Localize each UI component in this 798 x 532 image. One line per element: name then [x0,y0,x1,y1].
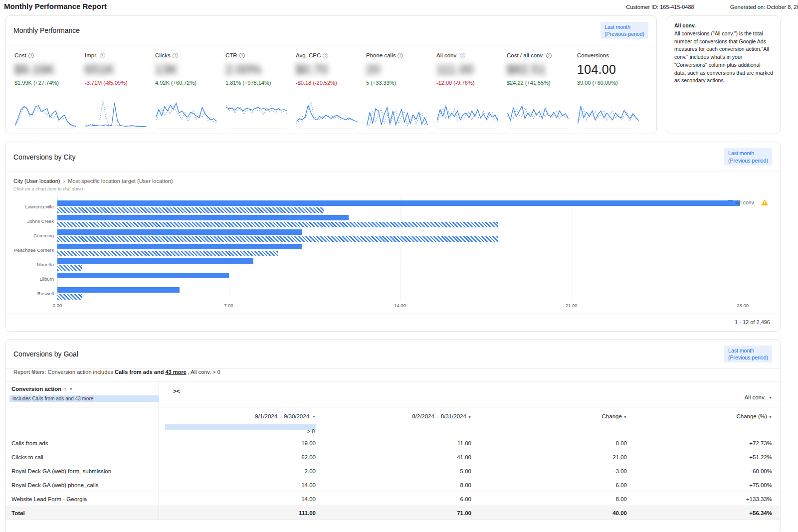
metric-cost: Cost?$9.16K$1.99K (+27.74%) [14,52,85,130]
metric-value: 13K [155,62,221,77]
customer-id: Customer ID: 165-415-0488 [626,4,694,10]
bar-current-4[interactable] [57,258,253,264]
action-filter-chip[interactable]: includes Calls from ads and 43 more [9,395,159,402]
chevron-down-icon[interactable]: ▼ [69,387,73,391]
monthly-performance-header: Monthly Performance Last month (Previous… [5,16,656,45]
change-pct-column-header: Change (%) ▼ [627,407,780,436]
goal-card-title: Conversions by Goal [13,350,78,358]
period-badge-line1: Last month [728,347,768,354]
value-filter-chip[interactable] [165,424,316,430]
period-badge[interactable]: Last month (Previous period) [600,22,648,39]
info-icon[interactable]: ? [173,53,178,58]
conversions-by-city-card: Conversions by City Last month (Previous… [5,142,781,331]
info-icon[interactable]: ? [323,53,328,58]
filter-calls-from-ads: Calls from ads [115,369,153,375]
info-icon[interactable]: ? [100,53,105,58]
info-icon[interactable]: ? [460,53,465,58]
info-icon[interactable]: ? [28,53,34,58]
bar-previous-4[interactable] [57,265,82,271]
sparkline-ctr [225,91,288,130]
bar-current-2[interactable] [57,229,302,235]
metric-selector[interactable]: All conv. ▼ [744,381,780,407]
collapse-columns-icon[interactable]: >< [159,381,180,407]
change-header-label[interactable]: Change [602,413,622,419]
metric-label: All conv.? [436,52,503,58]
city-chart-rows: LawrencevilleJohns CreekCummingPeachtree… [13,200,772,300]
metric-label-text: Cost [14,52,26,58]
bar-previous-6[interactable] [57,294,82,300]
metric-value: 20 [366,62,432,77]
breadcrumb-target[interactable]: Most specific location target (User loca… [68,178,173,184]
conversion-action-label: Conversion action [11,386,61,392]
bar-current-6[interactable] [57,287,180,293]
bar-previous-0[interactable] [57,207,324,213]
chevron-down-icon[interactable]: ▼ [468,415,471,419]
conversion-action-cell: Calls from ads [5,436,159,450]
change-pct-header-label[interactable]: Change (%) [736,413,767,419]
value-cell: 11.00 [316,436,471,450]
period-badge-line1: Last month [604,23,644,30]
metric-label: Conversions [577,52,643,58]
chevron-down-icon[interactable]: ▼ [312,415,316,418]
goal-card-header: Conversions by Goal Last month (Previous… [5,340,780,369]
table-row: Royal Deck GA (web) form_submission2.005… [5,464,780,478]
generated-on: Generated on: October 8, 2024 [730,4,798,10]
bar-current-0[interactable] [57,200,740,206]
city-card-title: Conversions by City [13,153,76,161]
value-cell: 5.00 [316,464,471,478]
metric-all-conv: All conv.?111.00-12.00 (-9.76%) [436,52,507,130]
period-badge[interactable]: Last month (Previous period) [724,148,772,165]
monthly-performance-title: Monthly Performance [13,26,80,34]
warning-icon[interactable] [761,199,768,205]
value-cell: 62.00 [159,450,316,464]
city-bars [57,244,772,256]
date-range-previous[interactable]: 8/2/2024 – 8/31/2024 [412,413,466,419]
metric-delta: 1.81% (+978.14%) [225,80,292,86]
value-cell: -3.00 [471,464,627,478]
period-badge[interactable]: Last month (Previous period) [724,346,772,362]
value-cell: 14.00 [159,478,316,492]
city-bars [57,273,772,285]
bar-current-3[interactable] [57,244,302,249]
info-icon[interactable]: ? [239,53,245,58]
bar-previous-2[interactable] [57,236,498,242]
bar-previous-3[interactable] [57,251,278,256]
metric-delta: 5 (+33.33%) [366,80,432,86]
filter-43-more-link[interactable]: 43 more [165,369,186,375]
chevron-down-icon[interactable]: ▼ [623,415,627,419]
bar-current-5[interactable] [57,273,229,278]
chart-legend: All conv. [728,199,768,205]
chevron-down-icon[interactable]: ▼ [769,415,772,419]
info-icon[interactable]: ? [398,53,403,58]
metric-delta: -3.71M (-85.09%) [85,80,151,86]
city-row: Roswell [13,287,772,300]
city-bars [57,229,772,242]
goal-table-header-row1: Conversion action ↑ ▼ includes Calls fro… [5,381,780,407]
pagination[interactable]: 1 - 12 of 2,496 [5,314,780,331]
bar-previous-1[interactable] [57,222,498,227]
value-cell: 21.00 [471,450,627,464]
conversion-action-cell: Royal Deck GA (web) form_submission [5,464,159,478]
definition-panel: All conv. All conversions ("All conv.") … [667,15,781,134]
metric-delta: 4.92K (+60.72%) [155,80,221,86]
metric-label: Phone calls? [366,52,432,58]
breadcrumb: City (User location)›Most specific locat… [13,178,772,184]
value-cell: 6.00 [471,478,627,492]
sort-asc-icon[interactable]: ↑ [64,386,67,392]
date-range-current[interactable]: 9/1/2024 – 9/30/2024 [255,413,309,419]
breadcrumb-city[interactable]: City (User location) [13,178,60,184]
info-icon[interactable]: ? [546,53,552,58]
axis-tick-label: 7.00 [224,303,233,308]
bar-current-1[interactable] [57,215,349,220]
metric-label: Cost / all conv.? [507,52,573,58]
chevron-right-icon: › [63,178,65,184]
metric-label-text: Impr. [85,52,98,58]
city-bars [57,258,772,271]
value-cell: +75.00% [627,478,780,492]
sparkline-phone-calls [366,91,428,130]
metrics-row: Cost?$9.16K$1.99K (+27.74%)Impr.?651K-3.… [5,45,656,134]
report-filters: Report filters: Conversion action includ… [5,369,780,381]
city-bars [57,287,772,300]
city-chart-axis: 0.007.0014.0021.0028.00 [57,303,772,311]
legend-swatch [728,200,733,205]
